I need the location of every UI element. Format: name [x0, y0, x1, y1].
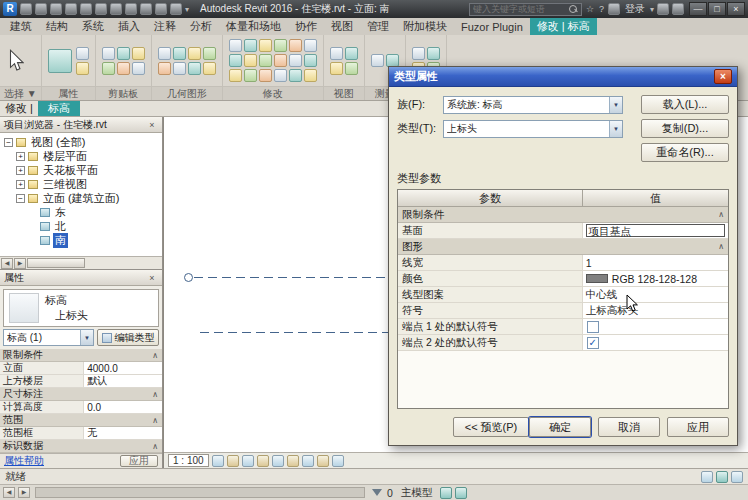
param-value-cell[interactable]: ✓: [583, 335, 728, 350]
expand-icon[interactable]: +: [16, 180, 25, 189]
tree-item-label[interactable]: 天花板平面: [41, 163, 100, 178]
property-group-row[interactable]: 限制条件∧: [0, 349, 162, 362]
tab-分析[interactable]: 分析: [183, 18, 219, 35]
type-selector[interactable]: 标高 (1) ▼: [3, 329, 94, 346]
level-bubble-icon[interactable]: [184, 273, 193, 282]
help-icon[interactable]: ?: [598, 4, 605, 14]
param-value-cell[interactable]: 中心线: [583, 287, 728, 302]
tab-contextual[interactable]: 修改 | 标高: [530, 18, 597, 35]
ribbon-tool-icon[interactable]: [244, 69, 257, 82]
reveal-hidden-icon[interactable]: [332, 455, 344, 467]
param-row[interactable]: 线型图案中心线: [398, 287, 728, 303]
dropdown-icon[interactable]: ▼: [609, 121, 622, 137]
ribbon-tool-icon[interactable]: [274, 54, 287, 67]
tree-item[interactable]: −视图 (全部): [0, 135, 162, 149]
tree-item[interactable]: 北: [0, 219, 162, 233]
project-browser-hscrollbar[interactable]: ◀ ▶: [0, 256, 162, 269]
star-icon[interactable]: ☆: [585, 4, 595, 14]
tab-附加模块[interactable]: 附加模块: [396, 18, 454, 35]
tree-item[interactable]: +楼层平面: [0, 149, 162, 163]
panel-label-view[interactable]: 视图: [324, 86, 364, 100]
signin-caret-icon[interactable]: ▾: [650, 5, 654, 14]
param-value-cell[interactable]: 项目基点: [583, 223, 728, 238]
tree-item-label[interactable]: 视图 (全部): [29, 135, 87, 150]
canvas-hscrollbar[interactable]: [35, 487, 365, 498]
property-group-row[interactable]: 标识数据∧: [0, 440, 162, 453]
tab-插入[interactable]: 插入: [111, 18, 147, 35]
ribbon-tool-icon[interactable]: [244, 39, 257, 52]
close-icon[interactable]: ×: [146, 273, 158, 283]
properties-icon[interactable]: [48, 49, 72, 73]
exchange-apps-icon[interactable]: [657, 3, 669, 15]
param-row[interactable]: 颜色RGB 128-128-128: [398, 271, 728, 287]
ribbon-tool-icon[interactable]: [304, 54, 317, 67]
ribbon-tool-icon[interactable]: [158, 47, 171, 60]
param-group-row[interactable]: 图形∧: [398, 239, 728, 255]
tab-协作[interactable]: 协作: [288, 18, 324, 35]
ribbon-tool-icon[interactable]: [229, 54, 242, 67]
edit-type-button[interactable]: 编辑类型: [97, 329, 159, 346]
exclude-options-icon[interactable]: [440, 487, 452, 499]
ribbon-tool-icon[interactable]: [158, 62, 171, 75]
family-combo[interactable]: 系统族: 标高 ▼: [443, 96, 623, 114]
ribbon-tool-icon[interactable]: [259, 39, 272, 52]
tree-item-label[interactable]: 东: [53, 205, 68, 220]
tab-Fuzor Plugin[interactable]: Fuzor Plugin: [454, 18, 530, 35]
ribbon-tool-icon[interactable]: [289, 39, 302, 52]
ribbon-tool-icon[interactable]: [259, 54, 272, 67]
active-design-option[interactable]: 主模型: [401, 486, 433, 500]
ribbon-tool-icon[interactable]: [274, 69, 287, 82]
tree-item[interactable]: +天花板平面: [0, 163, 162, 177]
thin-lines-icon[interactable]: [170, 3, 182, 15]
scroll-right-icon[interactable]: ▶: [14, 258, 26, 269]
tree-item[interactable]: 东: [0, 205, 162, 219]
property-row[interactable]: 立面4000.0: [0, 362, 162, 375]
tab-视图[interactable]: 视图: [324, 18, 360, 35]
tree-item-label[interactable]: 楼层平面: [41, 149, 89, 164]
tree-item[interactable]: −立面 (建筑立面): [0, 191, 162, 205]
dialog-close-icon[interactable]: ×: [714, 69, 732, 84]
minimize-icon[interactable]: —: [689, 2, 707, 16]
sun-path-icon[interactable]: [242, 455, 254, 467]
property-row[interactable]: 计算高度0.0: [0, 401, 162, 414]
tab-管理[interactable]: 管理: [360, 18, 396, 35]
link-monitor-icon[interactable]: [731, 471, 743, 483]
tree-item-label[interactable]: 三维视图: [41, 177, 89, 192]
collapse-icon[interactable]: −: [16, 194, 25, 203]
close-icon[interactable]: ×: [146, 120, 158, 130]
ribbon-tool-icon[interactable]: [76, 47, 89, 60]
crop-view-icon[interactable]: [287, 455, 299, 467]
ribbon-tool-icon[interactable]: [188, 47, 201, 60]
filter-icon[interactable]: [372, 489, 382, 496]
param-row[interactable]: 符号上标高标头: [398, 303, 728, 319]
maximize-icon[interactable]: □: [708, 2, 726, 16]
tab-建筑[interactable]: 建筑: [3, 18, 39, 35]
cancel-button[interactable]: 取消: [598, 417, 660, 437]
press-drag-icon[interactable]: [455, 487, 467, 499]
properties-help-link[interactable]: 属性帮助: [4, 454, 44, 468]
ribbon-tool-icon[interactable]: [259, 69, 272, 82]
panel-label-properties[interactable]: 属性: [42, 86, 95, 100]
param-row[interactable]: 线宽1: [398, 255, 728, 271]
dialog-titlebar[interactable]: 类型属性 ×: [389, 67, 737, 87]
tree-item-label[interactable]: 立面 (建筑立面): [41, 191, 121, 206]
visual-style-icon[interactable]: [227, 455, 239, 467]
tab-体量和场地[interactable]: 体量和场地: [219, 18, 288, 35]
ribbon-tool-icon[interactable]: [244, 54, 257, 67]
param-group-row[interactable]: 限制条件∧: [398, 207, 728, 223]
collapse-icon[interactable]: −: [4, 138, 13, 147]
param-row[interactable]: 端点 2 处的默认符号✓: [398, 335, 728, 351]
collapse-chevron-icon[interactable]: ∧: [148, 440, 162, 452]
ribbon-tool-icon[interactable]: [132, 62, 145, 75]
save-icon[interactable]: [35, 3, 47, 15]
rename-button[interactable]: 重命名(R)...: [641, 143, 729, 162]
tab-系统[interactable]: 系统: [75, 18, 111, 35]
revit-logo-icon[interactable]: R: [3, 2, 17, 16]
panel-label-modify[interactable]: 修改: [223, 86, 323, 100]
property-value[interactable]: 4000.0: [84, 362, 162, 374]
expand-icon[interactable]: +: [16, 166, 25, 175]
account-icon[interactable]: [608, 3, 620, 15]
crop-region-icon[interactable]: [302, 455, 314, 467]
search-icon[interactable]: [569, 5, 578, 14]
measure-icon[interactable]: [110, 3, 122, 15]
